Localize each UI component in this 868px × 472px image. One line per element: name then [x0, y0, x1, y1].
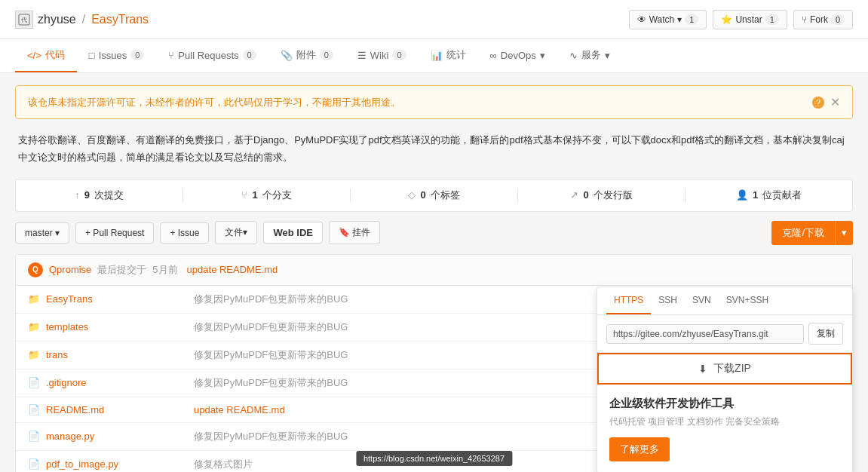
clone-tab-https[interactable]: HTTPS [606, 287, 651, 314]
tab-code[interactable]: </> 代码 [15, 39, 77, 72]
releases-label: 个发行版 [593, 188, 633, 202]
branches-count: 1 [252, 189, 257, 201]
unstar-label: Unstar [735, 14, 762, 25]
promo-desc: 代码托管 项目管理 文档协作 完备安全策略 [609, 415, 840, 428]
copy-button[interactable]: 复制 [808, 323, 843, 345]
file-link[interactable]: trans [46, 349, 68, 360]
file-doc-icon: 📄 [28, 458, 40, 470]
chevron-branch-icon: ▾ [55, 228, 60, 238]
issues-icon: □ [89, 50, 95, 61]
bookmark-label: 挂件 [352, 227, 370, 238]
clone-tab-svn-ssh[interactable]: SVN+SSH [719, 287, 776, 314]
tab-stats-label: 统计 [446, 48, 466, 62]
clone-tab-ssh[interactable]: SSH [651, 287, 685, 314]
learn-more-button[interactable]: 了解更多 [609, 437, 670, 461]
file-link[interactable]: EasyTrans [46, 293, 93, 305]
action-buttons: 👁 Watch ▾ 1 ⭐ Unstar 1 ⑂ Fork 0 [629, 10, 853, 29]
tab-wiki[interactable]: ☰ Wiki 0 [345, 41, 419, 72]
file-link[interactable]: README.md [46, 404, 104, 415]
commit-user[interactable]: Qpromise [49, 264, 91, 275]
repo-name[interactable]: EasyTrans [91, 13, 149, 26]
tab-issues[interactable]: □ Issues 0 [77, 41, 157, 72]
branches-label: 个分支 [262, 188, 292, 202]
repo-title: 代 zhyuse / EasyTrans [15, 11, 149, 29]
unstar-button[interactable]: ⭐ Unstar 1 [713, 10, 787, 29]
file-link[interactable]: pdf_to_image.py [46, 458, 118, 470]
file-name-cell: trans [46, 349, 182, 360]
commits-label: 次提交 [94, 188, 124, 202]
promo-title: 企业级软件开发协作工具 [609, 397, 840, 411]
download-icon: ⬇ [698, 363, 707, 375]
branches-stat[interactable]: ⑂ 1 个分支 [183, 188, 351, 202]
tab-pull-label: Pull Requests [178, 50, 238, 61]
issue-button[interactable]: + Issue [160, 222, 209, 244]
clone-url-input[interactable] [606, 324, 804, 344]
help-icon[interactable]: ? [812, 97, 824, 109]
clone-url-row: 复制 [597, 315, 852, 353]
clone-button-group: 克隆/下载 ▾ [771, 221, 853, 245]
bookmark-button[interactable]: 🔖 挂件 [329, 221, 380, 244]
download-zip-label: 下载ZIP [713, 362, 751, 375]
alert-text: 该仓库未指定开源许可证，未经作者的许可，此代码仅用于学习，不能用于其他用途。 [28, 96, 400, 109]
clone-button[interactable]: 克隆/下载 [771, 221, 835, 245]
svg-text:代: 代 [20, 17, 27, 23]
file-doc-icon: 📄 [28, 404, 40, 415]
header: 代 zhyuse / EasyTrans 👁 Watch ▾ 1 ⭐ Unsta… [0, 0, 868, 39]
fork-count: 0 [831, 14, 845, 25]
tab-attach-label: 附件 [296, 48, 316, 62]
commit-prefix: 最后提交于 [97, 263, 146, 277]
avatar-text: Q [32, 265, 38, 274]
bookmark-icon: 🔖 [339, 227, 350, 238]
watch-label: Watch [649, 14, 675, 25]
clone-tabs: HTTPS SSH SVN SVN+SSH [597, 287, 852, 315]
commit-message[interactable]: update README.md [187, 264, 278, 275]
star-icon: ⭐ [721, 14, 732, 25]
repo-description: 支持谷歌翻译、百度翻译、有道翻译的免费接口，基于Django、PyMuPDF实现… [15, 131, 853, 167]
releases-stat[interactable]: ↗ 0 个发行版 [518, 188, 686, 202]
tab-issues-label: Issues [99, 50, 127, 61]
tags-stat[interactable]: ◇ 0 个标签 [351, 188, 518, 202]
clone-dropdown-button[interactable]: ▾ [835, 221, 853, 245]
commits-count: 9 [84, 189, 90, 201]
clone-tab-svn[interactable]: SVN [685, 287, 719, 314]
file-list-header: Q Qpromise 最后提交于 5月前 update README.md [16, 255, 852, 286]
tab-service[interactable]: ∿ 服务 ▾ [557, 39, 622, 72]
fork-button[interactable]: ⑂ Fork 0 [793, 10, 853, 29]
chevron-down-icon: ▾ [677, 14, 682, 25]
code-icon: </> [27, 50, 41, 61]
watch-button[interactable]: 👁 Watch ▾ 1 [629, 10, 707, 29]
stats-icon: 📊 [431, 50, 443, 61]
file-name-cell: manage.py [46, 431, 182, 442]
file-link[interactable]: templates [46, 321, 88, 333]
tags-count: 0 [420, 189, 425, 201]
tab-devops[interactable]: ∞ DevOps ▾ [478, 41, 557, 72]
commits-stat[interactable]: ↑ 9 次提交 [16, 188, 183, 202]
file-link[interactable]: manage.py [46, 431, 94, 442]
username[interactable]: zhyuse [38, 13, 76, 26]
download-zip-button[interactable]: ⬇ 下载ZIP [599, 354, 851, 383]
contributors-label: 位贡献者 [762, 188, 802, 202]
pull-request-button[interactable]: + Pull Request [75, 222, 154, 244]
path-slash: / [82, 13, 85, 26]
releases-count: 0 [583, 189, 588, 201]
close-icon[interactable]: ✕ [830, 95, 840, 109]
license-alert: 该仓库未指定开源许可证，未经作者的许可，此代码仅用于学习，不能用于其他用途。 ?… [15, 85, 853, 119]
branch-selector[interactable]: master ▾ [15, 222, 69, 244]
file-link[interactable]: .gitignore [46, 377, 86, 388]
file-name-cell: pdf_to_image.py [46, 458, 182, 470]
tab-pull-requests[interactable]: ⑂ Pull Requests 0 [156, 41, 268, 72]
file-button[interactable]: 文件▾ [215, 221, 257, 244]
ssh-label: SSH [658, 295, 677, 305]
folder-icon: 📁 [28, 321, 40, 333]
web-ide-button[interactable]: Web IDE [263, 222, 323, 244]
chevron-devops-icon: ▾ [540, 50, 545, 61]
file-name-cell: EasyTrans [46, 293, 182, 305]
tab-attachments[interactable]: 📎 附件 0 [268, 39, 345, 72]
https-label: HTTPS [614, 295, 643, 305]
file-name-cell: .gitignore [46, 377, 182, 388]
clone-dropdown-group: 克隆/下载 ▾ [771, 221, 853, 245]
tab-stats[interactable]: 📊 统计 [419, 39, 478, 72]
contributors-stat[interactable]: 👤 1 位贡献者 [686, 188, 852, 202]
contributor-icon: 👤 [736, 189, 748, 201]
promo-box: 企业级软件开发协作工具 代码托管 项目管理 文档协作 完备安全策略 了解更多 [597, 385, 852, 472]
